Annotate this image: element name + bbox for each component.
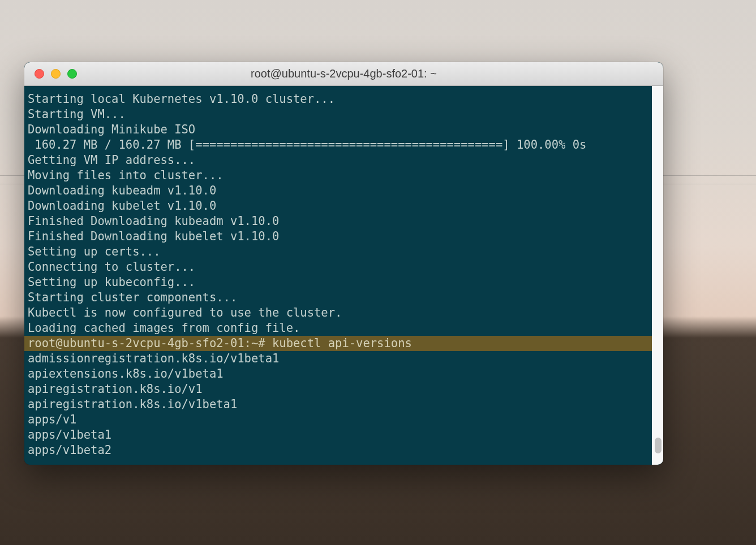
terminal-line: Loading cached images from config file.	[24, 321, 652, 336]
close-icon[interactable]	[35, 69, 44, 79]
terminal-line: Downloading kubelet v1.10.0	[24, 198, 652, 214]
window-titlebar[interactable]: root@ubuntu-s-2vcpu-4gb-sfo2-01: ~	[24, 62, 663, 86]
terminal-line: apps/v1beta1	[24, 427, 652, 443]
terminal-line: Getting VM IP address...	[24, 153, 652, 168]
terminal-line: Starting cluster components...	[24, 290, 652, 305]
terminal-line: Finished Downloading kubeadm v1.10.0	[24, 214, 652, 229]
terminal-body[interactable]: Starting local Kubernetes v1.10.0 cluste…	[24, 86, 663, 465]
terminal-line: apps/v1beta2	[24, 443, 652, 458]
terminal-line: 160.27 MB / 160.27 MB [=================…	[24, 137, 652, 153]
terminal-line: Setting up certs...	[24, 244, 652, 259]
terminal-line: Starting VM...	[24, 107, 652, 122]
terminal-line: Downloading Minikube ISO	[24, 122, 652, 137]
terminal-line: apiextensions.k8s.io/v1beta1	[24, 366, 652, 382]
window-title: root@ubuntu-s-2vcpu-4gb-sfo2-01: ~	[24, 67, 663, 80]
terminal-line: apiregistration.k8s.io/v1beta1	[24, 397, 652, 412]
terminal-line: Starting local Kubernetes v1.10.0 cluste…	[24, 92, 652, 107]
terminal-line: Finished Downloading kubelet v1.10.0	[24, 229, 652, 244]
fullscreen-icon[interactable]	[67, 69, 77, 79]
terminal-line: Moving files into cluster...	[24, 168, 652, 183]
terminal-line: Connecting to cluster...	[24, 259, 652, 275]
terminal-line: Setting up kubeconfig...	[24, 275, 652, 290]
terminal-output: Starting local Kubernetes v1.10.0 cluste…	[24, 92, 663, 458]
terminal-line: Downloading kubeadm v1.10.0	[24, 183, 652, 198]
traffic-lights	[24, 69, 77, 79]
terminal-window: root@ubuntu-s-2vcpu-4gb-sfo2-01: ~ Start…	[24, 62, 663, 465]
terminal-prompt-line: root@ubuntu-s-2vcpu-4gb-sfo2-01:~# kubec…	[24, 336, 652, 351]
terminal-line: Kubectl is now configured to use the clu…	[24, 305, 652, 321]
terminal-line: admissionregistration.k8s.io/v1beta1	[24, 351, 652, 366]
terminal-line: apps/v1	[24, 412, 652, 427]
minimize-icon[interactable]	[51, 69, 61, 79]
terminal-line: apiregistration.k8s.io/v1	[24, 382, 652, 397]
